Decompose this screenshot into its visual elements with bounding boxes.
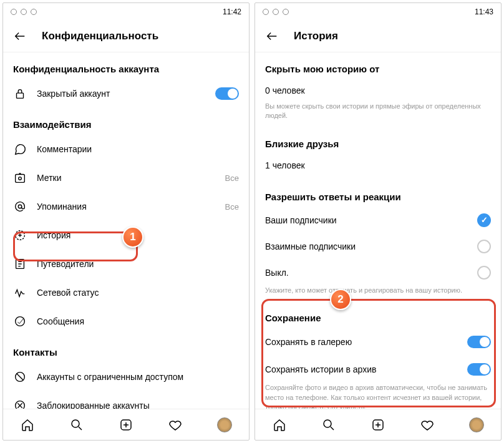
row-label: Упоминания — [37, 202, 215, 212]
row-label: Сохранять в галерею — [265, 337, 457, 347]
replies-subtext: Укажите, кто может отвечать и реагироват… — [255, 286, 501, 301]
row-mentions[interactable]: Упоминания Все — [3, 192, 249, 221]
row-activity-status[interactable]: Сетевой статус — [3, 278, 249, 307]
row-label: Комментарии — [37, 144, 239, 154]
header: Конфиденциальность — [3, 21, 249, 52]
row-close-count[interactable]: 1 человек — [255, 154, 501, 177]
status-indicators — [263, 9, 289, 15]
row-label: Сетевой статус — [37, 288, 239, 298]
comment-icon — [13, 142, 27, 156]
nav-profile[interactable] — [217, 417, 232, 432]
svg-point-11 — [324, 420, 331, 427]
bottom-nav — [3, 409, 249, 440]
row-label: Сохранять истории в архив — [265, 364, 457, 374]
row-private-account[interactable]: Закрытый аккаунт — [3, 79, 249, 108]
svg-point-8 — [16, 401, 25, 409]
svg-point-6 — [16, 317, 25, 326]
nav-create[interactable] — [371, 417, 385, 432]
radio-off[interactable]: Выкл. — [255, 260, 501, 286]
toggle-private-account[interactable] — [215, 87, 239, 100]
radio-unchecked-icon — [477, 240, 491, 253]
activity-icon — [13, 286, 27, 299]
page-title: Конфиденциальность — [42, 30, 158, 42]
messages-icon — [13, 314, 27, 328]
section-hide-story: Скрыть мою историю от — [255, 52, 501, 79]
row-comments[interactable]: Комментарии — [3, 135, 249, 163]
nav-profile[interactable] — [469, 417, 484, 432]
toggle-save-archive[interactable] — [467, 363, 491, 376]
avatar-icon — [469, 417, 484, 432]
row-messages[interactable]: Сообщения — [3, 307, 249, 336]
radio-label: Выкл. — [265, 268, 289, 278]
row-save-archive[interactable]: Сохранять истории в архив — [255, 356, 501, 383]
row-value: Все — [225, 202, 239, 212]
nav-home[interactable] — [20, 417, 35, 432]
row-story[interactable]: История — [3, 221, 249, 250]
svg-point-2 — [19, 177, 22, 180]
toggle-save-gallery[interactable] — [467, 336, 491, 348]
lock-icon — [13, 87, 27, 100]
nav-search[interactable] — [321, 417, 336, 432]
hide-subtext: Вы можете скрыть свои истории и прямые э… — [255, 102, 501, 127]
svg-point-3 — [18, 205, 22, 208]
row-label: Путеводители — [37, 259, 239, 269]
row-save-gallery[interactable]: Сохранять в галерею — [255, 328, 501, 356]
back-button[interactable] — [265, 29, 279, 43]
page-title: История — [294, 30, 338, 42]
svg-rect-0 — [17, 93, 24, 98]
section-interactions: Взаимодействия — [3, 108, 249, 135]
row-value: Все — [225, 173, 239, 183]
row-label: Сообщения — [37, 316, 239, 326]
row-label: Заблокированные аккаунты — [37, 401, 239, 409]
svg-point-9 — [72, 420, 79, 427]
svg-rect-1 — [16, 175, 25, 183]
mention-icon — [13, 200, 27, 213]
section-replies: Разрешить ответы и реакции — [255, 177, 501, 207]
status-bar: 11:42 — [3, 3, 249, 21]
avatar-icon — [217, 417, 232, 432]
row-label: Метки — [37, 173, 215, 183]
nav-home[interactable] — [272, 417, 287, 432]
status-time: 11:43 — [475, 7, 493, 16]
row-guides[interactable]: Путеводители — [3, 250, 249, 278]
guides-icon — [13, 257, 27, 271]
nav-create[interactable] — [119, 417, 133, 432]
radio-checked-icon — [477, 213, 491, 227]
radio-followers[interactable]: Ваши подписчики — [255, 207, 501, 233]
blocked-icon — [13, 399, 27, 409]
phone-left: 11:42 Конфиденциальность Конфиденциально… — [2, 2, 250, 441]
row-label: Закрытый аккаунт — [37, 89, 205, 99]
save-subtext: Сохраняйте фото и видео в архив автомати… — [255, 383, 501, 409]
row-label: Аккаунты с ограниченным доступом — [37, 372, 239, 382]
restricted-icon — [13, 370, 27, 384]
radio-mutual[interactable]: Взаимные подписчики — [255, 233, 501, 260]
nav-activity[interactable] — [168, 417, 183, 432]
row-restricted[interactable]: Аккаунты с ограниченным доступом — [3, 363, 249, 391]
radio-label: Ваши подписчики — [265, 215, 337, 225]
radio-unchecked-icon — [477, 266, 491, 280]
content-area[interactable]: Скрыть мою историю от 0 человек Вы может… — [255, 52, 501, 409]
row-tags[interactable]: Метки Все — [3, 163, 249, 192]
nav-activity[interactable] — [420, 417, 435, 432]
status-time: 11:42 — [223, 7, 241, 16]
nav-search[interactable] — [69, 417, 84, 432]
content-area[interactable]: Конфиденциальность аккаунта Закрытый акк… — [3, 52, 249, 409]
bottom-nav — [255, 409, 501, 440]
radio-label: Взаимные подписчики — [265, 241, 356, 251]
story-icon — [13, 228, 27, 242]
status-bar: 11:43 — [255, 3, 501, 21]
header: История — [255, 21, 501, 52]
section-close-friends: Близкие друзья — [255, 127, 501, 154]
tag-icon — [13, 171, 27, 185]
section-contacts: Контакты — [3, 336, 249, 363]
row-hide-count[interactable]: 0 человек — [255, 79, 501, 102]
row-label: История — [37, 230, 239, 240]
status-indicators — [11, 9, 37, 15]
back-button[interactable] — [13, 29, 27, 43]
row-blocked[interactable]: Заблокированные аккаунты — [3, 391, 249, 409]
phone-right: 11:43 История Скрыть мою историю от 0 че… — [254, 2, 502, 441]
section-account-privacy: Конфиденциальность аккаунта — [3, 52, 249, 79]
section-saving: Сохранение — [255, 301, 501, 328]
